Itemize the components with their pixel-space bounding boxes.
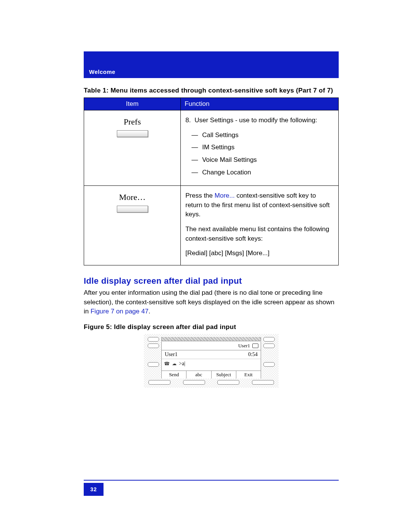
handset-icon bbox=[164, 361, 170, 367]
function-paragraph: The next available menu list contains th… bbox=[185, 225, 334, 243]
list-item: Change Location bbox=[194, 166, 334, 179]
status-user: User1 bbox=[238, 343, 250, 349]
input-text: >a| bbox=[179, 361, 185, 367]
bottom-key-icon bbox=[183, 380, 205, 385]
softkey-label-more: More… bbox=[89, 191, 176, 203]
softkey-row: Send abc Subject Exit bbox=[162, 371, 261, 379]
cloud-icon bbox=[172, 361, 177, 367]
list-item: IM Settings bbox=[194, 141, 334, 154]
side-key-icon bbox=[148, 343, 159, 348]
softkey-label-prefs: Prefs bbox=[89, 116, 176, 128]
document-page: Welcome Table 1: Menu items accessed thr… bbox=[0, 0, 411, 532]
display-user: User1 bbox=[165, 351, 177, 358]
figure-phone-screen: User1 User1 0:54 >a| bbox=[84, 334, 339, 388]
side-key-icon bbox=[263, 337, 275, 342]
item-cell-prefs: Prefs bbox=[84, 110, 181, 185]
side-key-icon bbox=[148, 362, 159, 367]
function-paragraph: Press the More... context-sensitive soft… bbox=[185, 191, 334, 219]
side-key-icon bbox=[263, 362, 275, 367]
side-key-icon bbox=[148, 337, 159, 342]
softkey-abc: abc bbox=[186, 371, 211, 379]
softkey-exit: Exit bbox=[236, 371, 261, 379]
display-time: 0:54 bbox=[248, 351, 258, 358]
table-header-function: Function bbox=[181, 97, 339, 110]
bottom-key-icon bbox=[252, 380, 274, 385]
footer-rule bbox=[84, 480, 339, 481]
side-key-icon bbox=[263, 343, 275, 348]
function-cell-more: Press the More... context-sensitive soft… bbox=[181, 186, 339, 265]
menu-items-table: Item Function Prefs 8. User Settings - u… bbox=[84, 97, 339, 265]
status-bar: User1 bbox=[162, 342, 261, 350]
bottom-key-icon bbox=[148, 380, 170, 385]
list-item: Voice Mail Settings bbox=[194, 154, 334, 166]
table-row: Prefs 8. User Settings - use to modify t… bbox=[84, 110, 339, 185]
softkey-send: Send bbox=[162, 371, 186, 379]
bottom-key-icon bbox=[217, 380, 239, 385]
header-section-title: Welcome bbox=[89, 69, 115, 75]
list-lead-text: User Settings - use to modify the follow… bbox=[194, 117, 317, 124]
body-paragraph: After you enter information using the di… bbox=[84, 288, 339, 316]
item-cell-more: More… bbox=[84, 186, 181, 265]
table-caption: Table 1: Menu items accessed through con… bbox=[84, 86, 339, 95]
phone-icon bbox=[252, 343, 258, 348]
table-row: More… Press the More... context-sensitiv… bbox=[84, 186, 339, 265]
function-cell-prefs: 8. User Settings - use to modify the fol… bbox=[181, 110, 339, 185]
figure-caption: Figure 5: Idle display screen after dial… bbox=[84, 323, 339, 331]
page-number: 32 bbox=[84, 483, 104, 496]
softkey-button-icon bbox=[117, 130, 148, 137]
more-link[interactable]: More... bbox=[215, 192, 235, 199]
table-header-item: Item bbox=[84, 97, 181, 110]
softkey-subject: Subject bbox=[212, 371, 236, 379]
list-item: Call Settings bbox=[194, 129, 334, 142]
section-heading: Idle display screen after dial pad input bbox=[84, 276, 339, 286]
function-paragraph: [Redial] [abc] [Msgs] [More...] bbox=[185, 249, 334, 258]
figure-reference-link[interactable]: Figure 7 on page 47 bbox=[91, 308, 148, 315]
header-bar: Welcome bbox=[84, 51, 339, 78]
dash-list: Call Settings IM Settings Voice Mail Set… bbox=[194, 129, 334, 179]
softkey-button-icon bbox=[117, 206, 148, 212]
